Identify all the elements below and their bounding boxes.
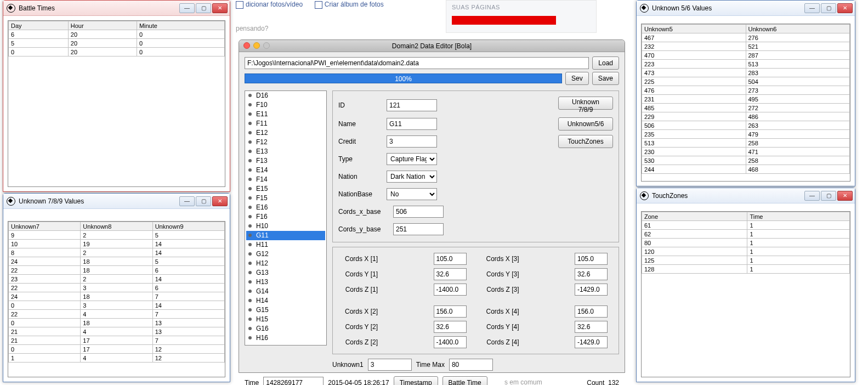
cz1-input[interactable] [434,284,467,296]
cy2-input[interactable] [434,321,467,333]
maximize-button[interactable]: ▢ [821,3,836,13]
type-select[interactable]: Capture Flag [387,153,437,165]
nationbase-select[interactable]: No [387,188,437,200]
cx2-input[interactable] [434,305,467,318]
table-row[interactable]: 530258 [642,156,850,165]
column-header[interactable]: Unknown7 [9,222,81,231]
sev-button[interactable]: Sev [565,72,589,85]
column-header[interactable]: Time [747,212,850,221]
close-button[interactable]: ✕ [837,3,853,13]
column-header[interactable]: Zone [642,212,747,221]
table-row[interactable]: 223513 [642,60,850,69]
tree-item[interactable]: F10 [246,100,325,110]
cy3-input[interactable] [575,268,608,280]
timemax-input[interactable] [449,359,493,371]
cz4-input[interactable] [575,336,608,348]
table-row[interactable]: 485272 [642,104,850,112]
table-row[interactable]: 621 [642,230,850,239]
column-header[interactable]: Unknown5 [642,25,746,33]
unknown56-titlebar[interactable]: Unknown 5/6 Values — ▢ ✕ [637,1,855,16]
tree-list[interactable]: D15C16D16F10E11F11E12F12E13F13E14F14E15F… [245,90,327,346]
save-button[interactable]: Save [592,72,619,85]
table-row[interactable]: 229486 [642,112,850,121]
battle-times-table[interactable]: DayHourMinute620052000200 [8,21,225,56]
mac-close-icon[interactable] [243,42,250,49]
nation-select[interactable]: Dark Nation [387,171,437,183]
table-row[interactable]: 0314 [9,301,225,310]
close-button[interactable]: ✕ [212,3,228,13]
table-row[interactable]: 01712 [9,345,225,354]
table-row[interactable]: 1412 [9,354,225,363]
tree-item[interactable]: E14 [246,166,325,175]
maximize-button[interactable]: ▢ [196,196,211,206]
tree-item[interactable]: E15 [246,184,325,194]
table-row[interactable]: 801 [642,239,850,247]
xbase-input[interactable] [393,206,444,218]
tree-item[interactable]: E16 [246,203,325,212]
ybase-input[interactable] [393,223,444,235]
touchzones-table[interactable]: ZoneTime611621801120112511281 [642,212,850,274]
tree-item[interactable]: H16 [246,333,325,343]
table-row[interactable]: 470287 [642,51,850,60]
table-row[interactable]: 225504 [642,77,850,86]
tree-item[interactable]: G15 [246,305,325,315]
tree-item[interactable]: H14 [246,296,325,305]
unknown789-table[interactable]: Unknown7Unknown8Unknown99251019148214241… [8,222,225,363]
close-button[interactable]: ✕ [837,191,853,201]
table-row[interactable]: 1281 [642,265,850,274]
minimize-button[interactable]: — [804,3,820,13]
cz2-input[interactable] [434,336,467,348]
table-row[interactable]: 611 [642,221,850,230]
column-header[interactable]: Unknown9 [152,222,224,231]
cy1-input[interactable] [434,268,467,280]
tree-item[interactable]: E13 [246,147,325,156]
minimize-button[interactable]: — [179,196,195,206]
tree-item[interactable]: F13 [246,156,325,166]
column-header[interactable]: Minute [137,21,224,30]
unknown1-input[interactable] [368,359,412,371]
minimize-button[interactable]: — [804,191,820,201]
column-header[interactable]: Day [9,21,69,30]
tree-item[interactable]: G11 [246,231,325,240]
cx1-input[interactable] [434,253,467,265]
tree-item[interactable]: E12 [246,128,325,138]
name-input[interactable] [387,118,437,130]
unknown56-table[interactable]: Unknown5Unknown6467276232521470287223513… [642,24,850,174]
table-row[interactable]: 0200 [9,48,225,56]
mac-minimize-icon[interactable] [253,42,260,49]
credit-input[interactable] [387,135,437,148]
table-row[interactable]: 21413 [9,327,225,336]
table-row[interactable]: 1201 [642,247,850,256]
touchzones-titlebar[interactable]: TouchZones — ▢ ✕ [637,188,855,203]
table-row[interactable]: 6200 [9,30,225,39]
table-row[interactable]: 23214 [9,275,225,284]
tree-item[interactable]: G12 [246,250,325,259]
tree-item[interactable]: G13 [246,268,325,278]
table-row[interactable]: 235479 [642,130,850,139]
tree-item[interactable]: H13 [246,278,325,287]
table-row[interactable]: 2247 [9,310,225,319]
timestamp-button[interactable]: Timestamp [394,376,438,385]
table-row[interactable]: 01813 [9,319,225,327]
tree-item[interactable]: F15 [246,194,325,203]
table-row[interactable]: 5200 [9,39,225,48]
tree-item[interactable]: H11 [246,240,325,250]
maximize-button[interactable]: ▢ [821,191,836,201]
column-header[interactable]: Hour [68,21,137,30]
tree-item[interactable]: F12 [246,138,325,147]
tree-item[interactable]: H12 [246,259,325,268]
table-row[interactable]: 2236 [9,284,225,292]
minimize-button[interactable]: — [179,3,195,13]
maximize-button[interactable]: ▢ [196,3,211,13]
unknown789-button[interactable]: Unknown 7/8/9 [558,97,613,110]
mac-zoom-icon[interactable] [263,42,270,49]
table-row[interactable]: 21177 [9,336,225,345]
tree-item[interactable]: E11 [246,110,325,119]
table-row[interactable]: 513258 [642,139,850,148]
column-header[interactable]: Unknown8 [81,222,152,231]
cx3-input[interactable] [575,253,608,265]
touchzones-button[interactable]: TouchZones [558,135,613,148]
battle-times-titlebar[interactable]: Battle Times — ▢ ✕ [3,1,230,16]
tree-item[interactable]: F16 [246,212,325,222]
table-row[interactable]: 473283 [642,69,850,77]
